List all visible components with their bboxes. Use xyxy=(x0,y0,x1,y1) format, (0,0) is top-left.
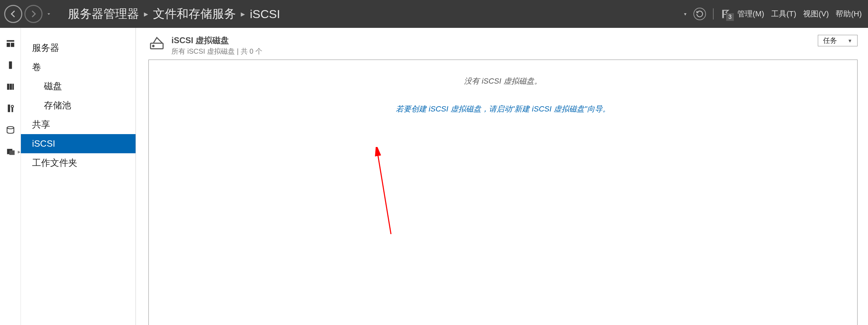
new-virtual-disk-wizard-link[interactable]: 若要创建 iSCSI 虚拟磁盘，请启动"新建 iSCSI 虚拟磁盘"向导。 xyxy=(396,104,610,114)
svg-rect-3 xyxy=(9,61,12,69)
breadcrumb-root[interactable]: 服务器管理器 xyxy=(68,6,139,22)
svg-rect-12 xyxy=(9,150,14,155)
empty-state-text: 没有 iSCSI 虚拟磁盘。 xyxy=(149,76,857,86)
sidebar-item-storagepools[interactable]: 存储池 xyxy=(21,96,136,115)
nav-back-button[interactable] xyxy=(4,5,22,23)
sidebar-item-workfolders[interactable]: 工作文件夹 xyxy=(21,153,136,172)
virtual-disks-panel: 没有 iSCSI 虚拟磁盘。 若要创建 iSCSI 虚拟磁盘，请启动"新建 iS… xyxy=(148,60,858,325)
sidebar-item-servers[interactable]: 服务器 xyxy=(21,38,136,57)
svg-rect-1 xyxy=(7,43,10,47)
rail-file-storage-icon[interactable] xyxy=(5,146,16,157)
nav-buttons xyxy=(0,0,54,28)
chevron-down-icon: ▼ xyxy=(847,38,852,44)
svg-rect-0 xyxy=(7,40,14,41)
menu-view[interactable]: 视图(V) xyxy=(803,9,829,19)
menu-manage[interactable]: 管理(M) xyxy=(737,9,764,19)
sidebar-item-iscsi[interactable]: iSCSI xyxy=(21,134,136,153)
separator xyxy=(713,8,714,20)
notifications-badge: 3 xyxy=(726,13,734,21)
panel-header: iSCSI 虚拟磁盘 所有 iSCSI 虚拟磁盘 | 共 0 个 任务 ▼ xyxy=(148,35,858,56)
rail-all-servers-icon[interactable] xyxy=(5,82,16,92)
icon-rail xyxy=(0,28,21,325)
svg-point-8 xyxy=(11,105,13,108)
sidebar-item-volumes[interactable]: 卷 xyxy=(21,57,136,77)
svg-rect-2 xyxy=(11,43,14,47)
annotation-arrow xyxy=(372,147,400,238)
chevron-down-icon[interactable]: ▾ xyxy=(684,11,686,17)
breadcrumb: 服务器管理器 ▸ 文件和存储服务 ▸ iSCSI xyxy=(68,6,280,22)
rail-local-server-icon[interactable] xyxy=(5,60,16,70)
chevron-right-icon: ▸ xyxy=(241,9,245,19)
titlebar-right-group: ▾ 3 管理(M) 工具(T) 视图(V) 帮助(H) xyxy=(684,8,868,20)
breadcrumb-current[interactable]: iSCSI xyxy=(250,7,280,21)
panel-title: iSCSI 虚拟磁盘 xyxy=(171,35,262,46)
svg-point-14 xyxy=(153,45,154,47)
nav-forward-button[interactable] xyxy=(24,5,43,23)
refresh-button[interactable] xyxy=(693,8,706,20)
svg-rect-4 xyxy=(7,84,9,90)
panel-header-text: iSCSI 虚拟磁盘 所有 iSCSI 虚拟磁盘 | 共 0 个 xyxy=(171,35,262,56)
panel-subtitle: 所有 iSCSI 虚拟磁盘 | 共 0 个 xyxy=(171,47,262,56)
breadcrumb-service[interactable]: 文件和存储服务 xyxy=(153,6,236,22)
rail-drives-icon[interactable] xyxy=(5,125,16,135)
tasks-label: 任务 xyxy=(823,36,837,45)
notifications-button[interactable]: 3 xyxy=(721,9,730,19)
sidebar: 服务器 卷 磁盘 存储池 共享 iSCSI 工作文件夹 xyxy=(21,28,136,325)
rail-dashboard-icon[interactable] xyxy=(5,38,16,49)
main-content: iSCSI 虚拟磁盘 所有 iSCSI 虚拟磁盘 | 共 0 个 任务 ▼ 没有… xyxy=(136,28,868,325)
svg-point-10 xyxy=(7,126,14,129)
chevron-right-icon: ▸ xyxy=(144,9,148,19)
sidebar-item-shares[interactable]: 共享 xyxy=(21,115,136,134)
menu-help[interactable]: 帮助(H) xyxy=(836,9,862,19)
svg-rect-9 xyxy=(11,108,13,112)
sidebar-item-disks[interactable]: 磁盘 xyxy=(21,77,136,96)
tasks-dropdown[interactable]: 任务 ▼ xyxy=(818,35,858,46)
menu-tools[interactable]: 工具(T) xyxy=(771,9,796,19)
svg-rect-5 xyxy=(9,84,12,90)
svg-line-15 xyxy=(377,150,391,234)
svg-rect-7 xyxy=(8,105,10,112)
window-titlebar: 服务器管理器 ▸ 文件和存储服务 ▸ iSCSI ▾ 3 管理(M) 工具(T)… xyxy=(0,0,868,28)
virtual-disk-icon xyxy=(148,35,165,53)
app-body: 服务器 卷 磁盘 存储池 共享 iSCSI 工作文件夹 iSCSI 虚拟磁盘 所… xyxy=(0,28,868,325)
rail-tools-icon[interactable] xyxy=(5,103,16,114)
svg-rect-6 xyxy=(12,84,14,90)
nav-history-dropdown[interactable] xyxy=(44,5,54,23)
